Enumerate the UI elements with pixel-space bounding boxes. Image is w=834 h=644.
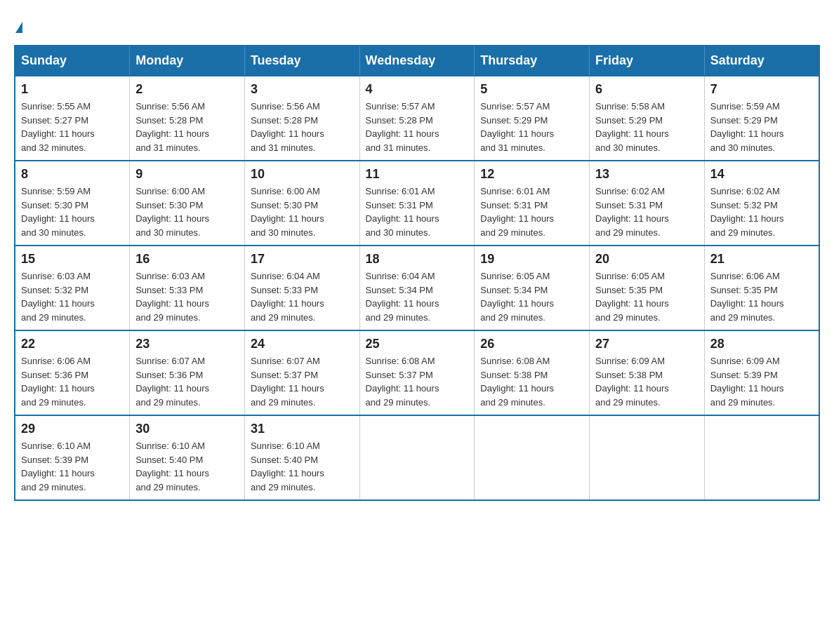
calendar-cell: 9 Sunrise: 6:00 AM Sunset: 5:30 PM Dayli… <box>130 161 245 246</box>
calendar-cell: 27 Sunrise: 6:09 AM Sunset: 5:38 PM Dayl… <box>590 330 705 415</box>
day-number: 7 <box>710 82 813 97</box>
day-number: 15 <box>21 252 124 267</box>
calendar-cell: 29 Sunrise: 6:10 AM Sunset: 5:39 PM Dayl… <box>15 415 130 500</box>
calendar-cell: 12 Sunrise: 6:01 AM Sunset: 5:31 PM Dayl… <box>475 161 590 246</box>
day-number: 4 <box>366 82 469 97</box>
day-info: Sunrise: 6:07 AM Sunset: 5:37 PM Dayligh… <box>251 354 354 409</box>
calendar-cell: 31 Sunrise: 6:10 AM Sunset: 5:40 PM Dayl… <box>244 415 359 500</box>
calendar-cell: 20 Sunrise: 6:05 AM Sunset: 5:35 PM Dayl… <box>590 246 705 330</box>
day-number: 28 <box>710 337 813 351</box>
calendar-cell: 17 Sunrise: 6:04 AM Sunset: 5:33 PM Dayl… <box>244 246 359 330</box>
calendar-cell: 19 Sunrise: 6:05 AM Sunset: 5:34 PM Dayl… <box>475 246 590 330</box>
day-info: Sunrise: 5:57 AM Sunset: 5:28 PM Dayligh… <box>366 100 469 154</box>
day-info: Sunrise: 5:59 AM Sunset: 5:30 PM Dayligh… <box>21 185 124 239</box>
calendar-cell: 3 Sunrise: 5:56 AM Sunset: 5:28 PM Dayli… <box>244 76 359 161</box>
day-number: 24 <box>251 337 354 351</box>
calendar-cell <box>359 415 475 500</box>
day-info: Sunrise: 5:55 AM Sunset: 5:27 PM Dayligh… <box>21 100 124 154</box>
day-info: Sunrise: 6:04 AM Sunset: 5:34 PM Dayligh… <box>366 269 469 324</box>
day-number: 5 <box>480 82 583 97</box>
day-number: 8 <box>21 167 124 182</box>
day-number: 23 <box>135 337 239 351</box>
calendar-cell: 2 Sunrise: 5:56 AM Sunset: 5:28 PM Dayli… <box>130 76 245 161</box>
calendar-cell: 30 Sunrise: 6:10 AM Sunset: 5:40 PM Dayl… <box>130 415 245 500</box>
calendar-cell: 4 Sunrise: 5:57 AM Sunset: 5:28 PM Dayli… <box>359 76 475 161</box>
calendar-cell: 23 Sunrise: 6:07 AM Sunset: 5:36 PM Dayl… <box>130 330 245 415</box>
day-info: Sunrise: 6:09 AM Sunset: 5:38 PM Dayligh… <box>595 354 699 409</box>
day-info: Sunrise: 6:10 AM Sunset: 5:39 PM Dayligh… <box>21 439 124 494</box>
calendar-cell: 7 Sunrise: 5:59 AM Sunset: 5:29 PM Dayli… <box>704 76 819 161</box>
day-info: Sunrise: 5:58 AM Sunset: 5:29 PM Dayligh… <box>595 100 699 154</box>
calendar-cell: 26 Sunrise: 6:08 AM Sunset: 5:38 PM Dayl… <box>475 330 590 415</box>
calendar-cell: 24 Sunrise: 6:07 AM Sunset: 5:37 PM Dayl… <box>244 330 359 415</box>
day-header-wednesday: Wednesday <box>359 46 475 76</box>
calendar-cell: 15 Sunrise: 6:03 AM Sunset: 5:32 PM Dayl… <box>15 246 130 330</box>
day-number: 18 <box>366 252 469 267</box>
day-info: Sunrise: 6:07 AM Sunset: 5:36 PM Dayligh… <box>135 354 239 409</box>
calendar-cell: 16 Sunrise: 6:03 AM Sunset: 5:33 PM Dayl… <box>130 246 245 330</box>
calendar-cell: 28 Sunrise: 6:09 AM Sunset: 5:39 PM Dayl… <box>704 330 819 415</box>
day-info: Sunrise: 6:10 AM Sunset: 5:40 PM Dayligh… <box>135 439 239 494</box>
day-number: 10 <box>251 167 354 182</box>
week-row-4: 22 Sunrise: 6:06 AM Sunset: 5:36 PM Dayl… <box>15 330 819 415</box>
calendar-cell <box>590 415 705 500</box>
calendar-cell <box>704 415 819 500</box>
calendar-cell: 6 Sunrise: 5:58 AM Sunset: 5:29 PM Dayli… <box>590 76 705 161</box>
day-info: Sunrise: 6:06 AM Sunset: 5:35 PM Dayligh… <box>710 269 813 324</box>
day-number: 3 <box>251 82 354 97</box>
day-number: 29 <box>21 422 124 436</box>
week-row-5: 29 Sunrise: 6:10 AM Sunset: 5:39 PM Dayl… <box>15 415 819 500</box>
day-header-monday: Monday <box>130 46 245 76</box>
day-number: 11 <box>366 167 469 182</box>
calendar-cell <box>475 415 590 500</box>
calendar-cell: 18 Sunrise: 6:04 AM Sunset: 5:34 PM Dayl… <box>359 246 475 330</box>
day-number: 22 <box>21 337 124 351</box>
day-info: Sunrise: 6:02 AM Sunset: 5:32 PM Dayligh… <box>710 185 813 239</box>
calendar-cell: 1 Sunrise: 5:55 AM Sunset: 5:27 PM Dayli… <box>15 76 130 161</box>
day-number: 30 <box>135 422 239 436</box>
day-header-saturday: Saturday <box>704 46 819 76</box>
day-header-tuesday: Tuesday <box>244 46 359 76</box>
day-number: 17 <box>251 252 354 267</box>
day-info: Sunrise: 5:59 AM Sunset: 5:29 PM Dayligh… <box>710 100 813 154</box>
day-info: Sunrise: 6:05 AM Sunset: 5:35 PM Dayligh… <box>595 269 699 324</box>
day-number: 19 <box>480 252 583 267</box>
day-number: 16 <box>135 252 239 267</box>
day-number: 31 <box>251 422 354 436</box>
day-info: Sunrise: 6:01 AM Sunset: 5:31 PM Dayligh… <box>366 185 469 239</box>
day-number: 26 <box>480 337 583 351</box>
calendar-cell: 21 Sunrise: 6:06 AM Sunset: 5:35 PM Dayl… <box>704 246 819 330</box>
day-info: Sunrise: 6:00 AM Sunset: 5:30 PM Dayligh… <box>135 185 239 239</box>
calendar-cell: 22 Sunrise: 6:06 AM Sunset: 5:36 PM Dayl… <box>15 330 130 415</box>
calendar-header-row: SundayMondayTuesdayWednesdayThursdayFrid… <box>15 46 819 76</box>
calendar-cell: 25 Sunrise: 6:08 AM Sunset: 5:37 PM Dayl… <box>359 330 475 415</box>
day-number: 20 <box>595 252 699 267</box>
day-number: 27 <box>595 337 699 351</box>
calendar-table: SundayMondayTuesdayWednesdayThursdayFrid… <box>14 45 820 501</box>
day-number: 14 <box>710 167 813 182</box>
day-number: 1 <box>21 82 124 97</box>
calendar-cell: 5 Sunrise: 5:57 AM Sunset: 5:29 PM Dayli… <box>475 76 590 161</box>
day-number: 25 <box>366 337 469 351</box>
calendar-cell: 10 Sunrise: 6:00 AM Sunset: 5:30 PM Dayl… <box>244 161 359 246</box>
day-info: Sunrise: 6:05 AM Sunset: 5:34 PM Dayligh… <box>480 269 583 324</box>
day-number: 9 <box>135 167 239 182</box>
logo-triangle-icon <box>15 22 22 33</box>
day-info: Sunrise: 6:00 AM Sunset: 5:30 PM Dayligh… <box>251 185 354 239</box>
day-header-thursday: Thursday <box>475 46 590 76</box>
week-row-3: 15 Sunrise: 6:03 AM Sunset: 5:32 PM Dayl… <box>15 246 819 330</box>
day-info: Sunrise: 5:57 AM Sunset: 5:29 PM Dayligh… <box>480 100 583 154</box>
day-number: 12 <box>480 167 583 182</box>
day-number: 2 <box>135 82 239 97</box>
week-row-2: 8 Sunrise: 5:59 AM Sunset: 5:30 PM Dayli… <box>15 161 819 246</box>
day-header-sunday: Sunday <box>15 46 130 76</box>
calendar-cell: 8 Sunrise: 5:59 AM Sunset: 5:30 PM Dayli… <box>15 161 130 246</box>
day-info: Sunrise: 6:02 AM Sunset: 5:31 PM Dayligh… <box>595 185 699 239</box>
calendar-cell: 13 Sunrise: 6:02 AM Sunset: 5:31 PM Dayl… <box>590 161 705 246</box>
day-header-friday: Friday <box>590 46 705 76</box>
day-info: Sunrise: 6:06 AM Sunset: 5:36 PM Dayligh… <box>21 354 124 409</box>
logo <box>14 14 22 34</box>
day-info: Sunrise: 5:56 AM Sunset: 5:28 PM Dayligh… <box>251 100 354 154</box>
week-row-1: 1 Sunrise: 5:55 AM Sunset: 5:27 PM Dayli… <box>15 76 819 161</box>
day-info: Sunrise: 6:10 AM Sunset: 5:40 PM Dayligh… <box>251 439 354 494</box>
